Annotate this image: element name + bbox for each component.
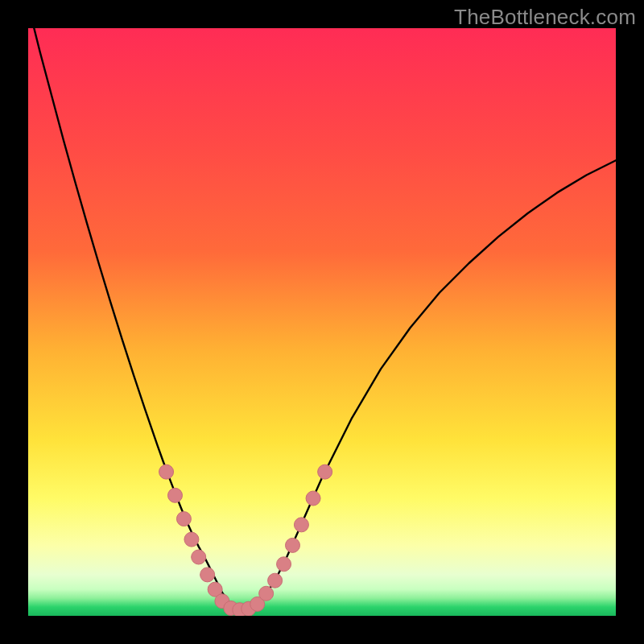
watermark-text: TheBottleneck.com — [454, 5, 636, 30]
curve-marker — [294, 518, 308, 532]
curve-marker — [277, 557, 291, 572]
curve-marker — [259, 586, 274, 601]
chart-svg — [28, 28, 616, 616]
curve-marker — [200, 568, 215, 582]
curve-marker — [268, 573, 283, 588]
curve-marker — [159, 464, 174, 479]
curve-marker — [286, 538, 300, 552]
plot-area — [28, 28, 616, 616]
curve-marker — [176, 512, 191, 526]
curve-marker — [306, 491, 320, 506]
chart-frame: TheBottleneck.com — [0, 0, 644, 644]
curve-marker — [168, 488, 183, 502]
curve-marker — [184, 532, 199, 547]
curve-marker — [318, 464, 332, 479]
curve-marker — [192, 550, 206, 564]
